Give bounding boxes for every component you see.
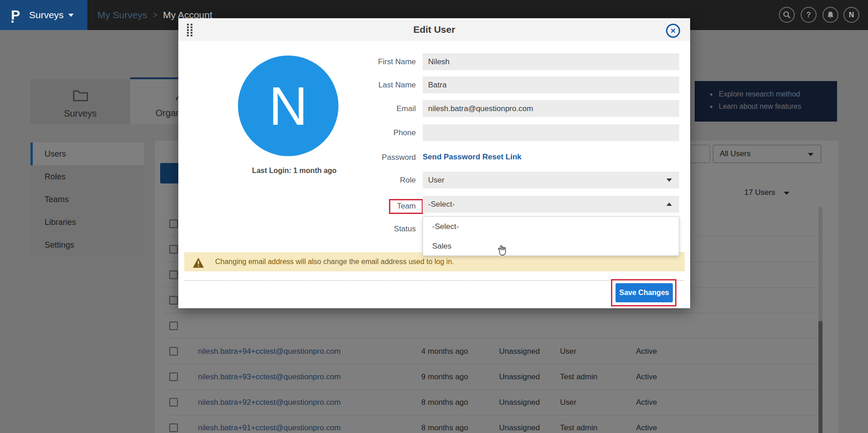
team-select[interactable]: -Select-	[423, 196, 679, 213]
role-label: Role	[178, 176, 416, 185]
user-avatar[interactable]: N	[843, 7, 859, 23]
modal-title: Edit User	[178, 18, 690, 41]
status-label: Status	[178, 224, 416, 234]
phone-label: Phone	[178, 128, 416, 138]
password-label: Password	[178, 153, 416, 162]
last-login-text: Last Login: 1 month ago	[203, 167, 385, 175]
product-menu-label: Surveys	[29, 10, 64, 20]
email-input[interactable]: nilesh.batra@questionpro.com	[423, 100, 679, 117]
search-icon[interactable]	[779, 7, 795, 23]
send-password-reset-link[interactable]: Send Password Reset Link	[423, 153, 521, 162]
chevron-down-icon	[666, 178, 672, 182]
footer-divider	[184, 280, 684, 281]
team-dropdown-panel: -Select- Sales	[423, 216, 679, 256]
product-switcher[interactable]: P Surveys	[0, 0, 87, 30]
phone-input[interactable]	[423, 124, 679, 141]
last-name-input[interactable]: Batra	[423, 76, 679, 93]
warning-triangle-icon	[192, 256, 204, 275]
save-changes-button[interactable]: Save Changes	[616, 283, 673, 302]
first-name-label: First Name	[178, 57, 416, 66]
role-value: User	[428, 176, 444, 184]
modal-header: Edit User ✕	[178, 18, 690, 41]
close-icon[interactable]: ✕	[666, 24, 680, 38]
drag-handle-icon[interactable]	[187, 23, 193, 38]
role-select[interactable]: User	[423, 172, 679, 188]
edit-user-modal: Edit User ✕ N Last Login: 1 month ago Fi…	[178, 18, 690, 308]
email-label: Email	[178, 104, 416, 113]
notifications-bell-icon[interactable]	[823, 7, 838, 23]
avatar-initial: N	[849, 11, 854, 19]
team-option-select[interactable]: -Select-	[423, 217, 679, 236]
help-icon[interactable]: ?	[801, 7, 817, 23]
help-glyph: ?	[807, 11, 811, 19]
team-label: Team	[178, 202, 416, 211]
chevron-down-icon	[68, 14, 74, 17]
first-name-input[interactable]: Nilesh	[423, 53, 679, 70]
team-value: -Select-	[428, 200, 455, 209]
last-name-label: Last Name	[178, 81, 416, 90]
chevron-up-icon	[666, 203, 672, 206]
team-option-sales[interactable]: Sales	[423, 236, 679, 256]
warning-text: Changing email address will also change …	[215, 258, 454, 265]
questionpro-logo-icon: P	[11, 8, 20, 22]
breadcrumb-separator: >	[153, 10, 158, 20]
breadcrumb-my-surveys[interactable]: My Surveys	[97, 10, 147, 20]
mouse-cursor	[497, 245, 508, 259]
